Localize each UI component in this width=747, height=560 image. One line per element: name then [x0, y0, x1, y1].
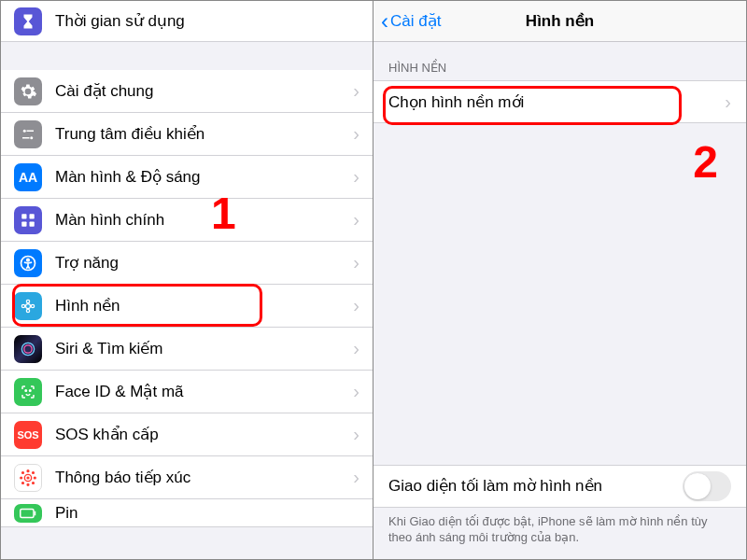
- svg-rect-5: [30, 214, 35, 218]
- svg-point-20: [27, 477, 29, 479]
- choose-wallpaper-label: Chọn hình nền mới: [388, 92, 725, 112]
- settings-item-label: Màn hình & Độ sáng: [55, 167, 353, 187]
- back-label: Cài đặt: [390, 11, 441, 31]
- settings-item-label: Thời gian sử dụng: [55, 11, 359, 31]
- settings-item-label: Trung tâm điều khiển: [55, 124, 353, 144]
- page-title: Hình nền: [526, 11, 594, 31]
- chevron-left-icon: ‹: [381, 10, 388, 33]
- settings-list-panel: Thời gian sử dụng Cài đặt chung › Trung …: [1, 1, 374, 559]
- wallpaper-icon: [14, 292, 42, 320]
- chevron-right-icon: ›: [353, 123, 359, 145]
- settings-item-label: Trợ năng: [55, 253, 353, 273]
- svg-point-11: [26, 300, 29, 302]
- settings-item-label: Face ID & Mật mã: [55, 382, 353, 401]
- settings-item-control-center[interactable]: Trung tâm điều khiển ›: [1, 113, 373, 156]
- chevron-right-icon: ›: [353, 295, 359, 316]
- svg-point-13: [21, 304, 24, 307]
- svg-point-26: [33, 471, 35, 473]
- chevron-right-icon: ›: [353, 424, 359, 445]
- svg-point-17: [25, 389, 27, 391]
- spacer: [374, 123, 746, 465]
- svg-point-27: [22, 482, 24, 483]
- settings-item-battery[interactable]: Pin: [1, 499, 373, 527]
- svg-point-28: [33, 482, 35, 483]
- svg-point-22: [27, 483, 29, 485]
- section-gap: [1, 42, 373, 70]
- back-button[interactable]: ‹ Cài đặt: [381, 10, 441, 33]
- settings-item-label: Cài đặt chung: [55, 81, 353, 101]
- svg-point-18: [30, 389, 32, 391]
- chevron-right-icon: ›: [353, 338, 359, 359]
- svg-point-16: [24, 344, 32, 352]
- svg-rect-6: [21, 221, 26, 226]
- settings-item-screentime[interactable]: Thời gian sử dụng: [1, 1, 373, 42]
- chevron-right-icon: ›: [353, 381, 359, 402]
- chevron-right-icon: ›: [725, 91, 731, 113]
- svg-point-9: [27, 259, 30, 261]
- footer-note: Khi Giao diện tối được bật, iPhone sẽ là…: [374, 508, 746, 546]
- svg-point-0: [23, 129, 26, 132]
- sliders-icon: [14, 120, 42, 148]
- gear-icon: [14, 77, 42, 105]
- settings-item-label: Màn hình chính: [55, 211, 353, 230]
- dark-dim-toggle[interactable]: [683, 471, 731, 501]
- svg-point-10: [26, 303, 31, 308]
- navbar: ‹ Cài đặt Hình nền: [374, 1, 746, 42]
- dark-dim-row[interactable]: Giao diện tối làm mờ hình nền: [374, 465, 746, 508]
- svg-point-14: [31, 304, 34, 307]
- settings-item-label: Pin: [55, 504, 359, 523]
- settings-item-homescreen[interactable]: Màn hình chính ›: [1, 199, 373, 242]
- svg-rect-29: [21, 509, 34, 517]
- svg-point-23: [21, 477, 22, 479]
- settings-item-label: Hình nền: [55, 296, 353, 315]
- section-header: HÌNH NỀN: [374, 42, 746, 80]
- sos-icon: SOS: [14, 421, 42, 449]
- settings-item-label: Siri & Tìm kiếm: [55, 339, 353, 358]
- wallpaper-detail-panel: ‹ Cài đặt Hình nền HÌNH NỀN Chọn hình nề…: [374, 1, 746, 559]
- grid-icon: [14, 206, 42, 234]
- svg-rect-1: [27, 130, 35, 132]
- svg-point-12: [26, 309, 29, 312]
- svg-point-2: [30, 136, 33, 139]
- svg-point-25: [22, 471, 24, 473]
- faceid-icon: [14, 378, 42, 406]
- settings-item-faceid[interactable]: Face ID & Mật mã ›: [1, 371, 373, 413]
- siri-icon: [14, 335, 42, 363]
- battery-icon: [14, 504, 42, 523]
- hourglass-icon: [14, 7, 42, 35]
- settings-item-label: Thông báo tiếp xúc: [55, 468, 353, 487]
- chevron-right-icon: ›: [353, 80, 359, 102]
- chevron-right-icon: ›: [353, 467, 359, 488]
- chevron-right-icon: ›: [353, 252, 359, 273]
- text-size-icon: AA: [14, 163, 42, 191]
- settings-item-display[interactable]: AA Màn hình & Độ sáng ›: [1, 156, 373, 199]
- settings-item-general[interactable]: Cài đặt chung ›: [1, 70, 373, 113]
- chevron-right-icon: ›: [353, 166, 359, 188]
- svg-point-24: [34, 477, 35, 479]
- settings-item-wallpaper[interactable]: Hình nền ›: [1, 285, 373, 328]
- settings-item-sos[interactable]: SOS SOS khẩn cấp ›: [1, 413, 373, 456]
- settings-item-siri[interactable]: Siri & Tìm kiếm ›: [1, 328, 373, 371]
- settings-item-label: SOS khẩn cấp: [55, 425, 353, 444]
- settings-item-exposure[interactable]: Thông báo tiếp xúc ›: [1, 456, 373, 499]
- svg-point-21: [27, 469, 29, 471]
- settings-item-accessibility[interactable]: Trợ năng ›: [1, 242, 373, 285]
- svg-rect-7: [30, 221, 35, 226]
- choose-wallpaper-row[interactable]: Chọn hình nền mới ›: [374, 80, 746, 123]
- chevron-right-icon: ›: [353, 209, 359, 231]
- svg-rect-3: [22, 137, 30, 139]
- dark-dim-label: Giao diện tối làm mờ hình nền: [388, 476, 683, 496]
- exposure-icon: [14, 464, 42, 492]
- accessibility-icon: [14, 249, 42, 277]
- svg-rect-4: [21, 214, 26, 218]
- svg-rect-30: [35, 511, 36, 515]
